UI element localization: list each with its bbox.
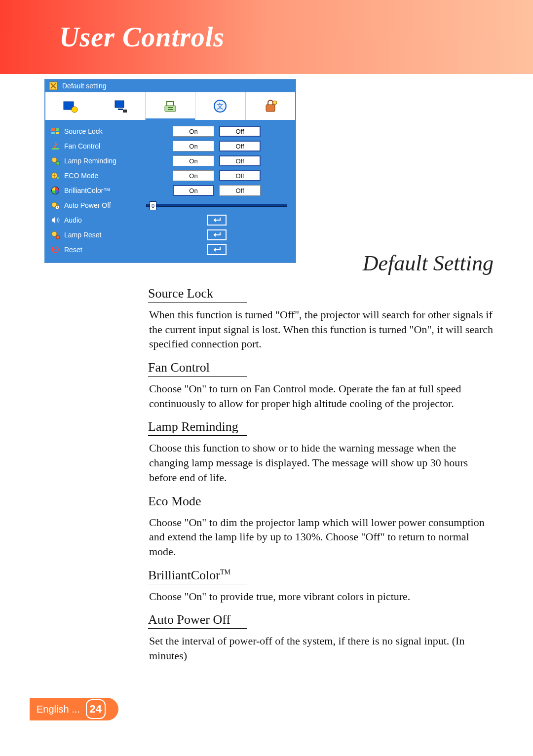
heading-brilliantcolor-tm: TM xyxy=(220,568,230,576)
svg-rect-3 xyxy=(115,101,124,108)
row-label: Lamp Reset xyxy=(62,231,146,239)
row-label: Fan Control xyxy=(62,142,146,150)
svg-point-10 xyxy=(273,101,277,105)
osd-row-source-lock[interactable]: Source Lock On Off xyxy=(48,124,292,139)
footer-language: English ... xyxy=(37,704,80,715)
bc-off[interactable]: Off xyxy=(219,185,261,196)
text-eco-mode: Choose "On" to dim the projector lamp wh… xyxy=(148,515,494,559)
heading-eco-mode: Eco Mode xyxy=(148,494,247,510)
osd-menu-title: Default setting xyxy=(62,82,107,90)
fan-on[interactable]: On xyxy=(173,141,214,151)
eco-off[interactable]: Off xyxy=(219,170,261,181)
osd-row-brilliantcolor[interactable]: BrilliantColor™ On Off xyxy=(48,183,292,198)
heading-lamp-reminding: Lamp Reminding xyxy=(148,419,247,436)
osd-row-lamp-reminding[interactable]: Lamp Reminding On Off xyxy=(48,153,292,168)
eco-icon xyxy=(48,171,62,180)
osd-row-audio[interactable]: Audio xyxy=(48,213,292,227)
source-lock-icon xyxy=(48,127,62,136)
page-title: User Controls xyxy=(59,21,225,53)
page-footer: English ... 24 xyxy=(30,698,118,720)
brilliantcolor-icon xyxy=(48,186,62,195)
osd-tab-language[interactable]: 文 xyxy=(195,92,245,120)
source-lock-off[interactable]: Off xyxy=(219,126,261,137)
lampremind-off[interactable]: Off xyxy=(219,155,261,166)
text-auto-power-off: Set the interval of power-off of the sys… xyxy=(148,634,494,663)
page-number: 24 xyxy=(86,699,106,719)
svg-rect-24 xyxy=(56,236,59,239)
enter-icon xyxy=(207,229,227,240)
lampreset-icon xyxy=(48,230,62,239)
svg-rect-11 xyxy=(51,128,55,131)
menu-icon xyxy=(48,81,58,91)
content-area: Source Lock When this function is turned… xyxy=(148,286,494,663)
svg-rect-19 xyxy=(57,177,59,179)
heading-brilliantcolor: BrilliantColorTM xyxy=(148,568,247,584)
row-label: BrilliantColor™ xyxy=(62,187,146,194)
osd-tab-image[interactable] xyxy=(45,92,95,120)
autopoweroff-slider[interactable]: 0 xyxy=(146,204,287,207)
row-label: Source Lock xyxy=(62,127,146,135)
svg-rect-5 xyxy=(123,110,127,113)
audio-icon xyxy=(48,216,62,225)
lampremind-on[interactable]: On xyxy=(173,155,214,166)
row-label: Audio xyxy=(62,216,146,224)
svg-rect-6 xyxy=(165,106,176,112)
osd-tab-settings[interactable] xyxy=(146,92,195,120)
text-brilliantcolor: Choose "On" to provide true, more vibran… xyxy=(148,589,494,604)
osd-row-lamp-reset[interactable]: Lamp Reset xyxy=(48,227,292,242)
heading-fan-control: Fan Control xyxy=(148,360,247,377)
source-lock-on[interactable]: On xyxy=(173,126,214,137)
svg-rect-17 xyxy=(56,162,59,165)
heading-source-lock: Source Lock xyxy=(148,286,247,302)
text-fan-control: Choose "On" to turn on Fan Control mode.… xyxy=(148,381,494,411)
svg-rect-15 xyxy=(52,148,59,150)
slider-thumb[interactable]: 0 xyxy=(150,201,156,210)
autopoweroff-icon xyxy=(48,201,62,210)
page-header: User Controls xyxy=(0,0,533,74)
eco-on[interactable]: On xyxy=(173,170,214,181)
text-lamp-reminding: Choose this function to show or to hide … xyxy=(148,441,494,485)
reset-icon xyxy=(48,245,62,254)
svg-text:文: 文 xyxy=(217,102,224,110)
fan-icon xyxy=(48,142,62,151)
fan-off[interactable]: Off xyxy=(219,141,261,151)
text-source-lock: When this function is turned "Off", the … xyxy=(148,307,494,351)
row-label: ECO Mode xyxy=(62,172,146,180)
enter-icon xyxy=(207,244,227,255)
svg-rect-9 xyxy=(266,105,275,112)
osd-tab-display[interactable] xyxy=(95,92,145,120)
osd-row-auto-power-off[interactable]: Auto Power Off 0 xyxy=(48,198,292,213)
bc-on[interactable]: On xyxy=(173,185,214,196)
svg-point-2 xyxy=(72,107,77,113)
enter-icon xyxy=(207,215,227,226)
heading-brilliantcolor-name: BrilliantColor xyxy=(148,568,220,582)
osd-menu-titlebar: Default setting xyxy=(45,80,295,92)
row-label: Lamp Reminding xyxy=(62,157,146,165)
heading-auto-power-off: Auto Power Off xyxy=(148,612,247,629)
osd-tab-row: 文 xyxy=(45,92,295,120)
osd-row-fan-control[interactable]: Fan Control On Off xyxy=(48,139,292,153)
osd-menu: Default setting 文 Source Lock On Off xyxy=(44,79,296,263)
osd-tab-lock[interactable] xyxy=(246,92,295,120)
svg-rect-12 xyxy=(56,128,59,131)
row-label: Auto Power Off xyxy=(62,201,146,209)
svg-rect-4 xyxy=(118,109,123,110)
svg-rect-13 xyxy=(51,132,55,134)
lamp-remind-icon xyxy=(48,156,62,165)
section-title: Default Setting xyxy=(363,251,494,276)
osd-menu-body: Source Lock On Off Fan Control On Off La… xyxy=(45,120,295,262)
row-label: Reset xyxy=(62,246,146,254)
osd-row-eco-mode[interactable]: ECO Mode On Off xyxy=(48,168,292,183)
osd-row-reset[interactable]: Reset xyxy=(48,242,292,257)
svg-rect-14 xyxy=(56,132,59,134)
